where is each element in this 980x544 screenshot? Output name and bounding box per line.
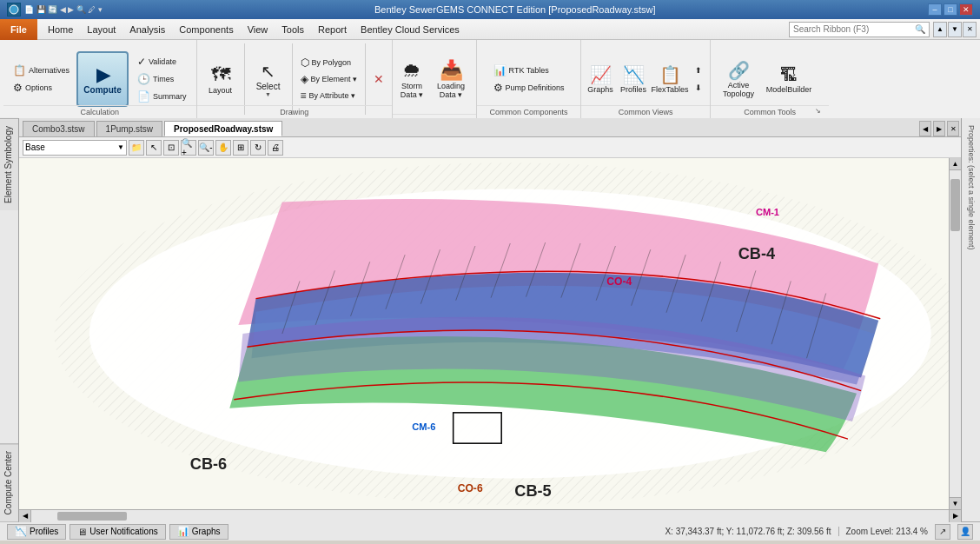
close-drawing-button[interactable]: ✕	[369, 71, 388, 87]
tab-left-button[interactable]: ◀	[919, 121, 931, 136]
graphs-status-tab[interactable]: 📊 Graphs	[169, 524, 228, 540]
compute-button[interactable]: ▶ Compute	[76, 51, 129, 107]
flextables-button[interactable]: 📋 FlexTables	[651, 51, 689, 107]
profiles-status-tab[interactable]: 📉 Profiles	[7, 524, 66, 540]
options-button[interactable]: ⚙ Options	[9, 80, 74, 96]
svg-text:CO-4: CO-4	[606, 275, 632, 288]
menu-home[interactable]: Home	[41, 19, 80, 40]
graphs-button[interactable]: 📈 Graphs	[585, 51, 616, 107]
zoom-in-button[interactable]: 🔍+	[181, 140, 196, 156]
pan-button[interactable]: ✋	[215, 140, 231, 156]
storm-icon: 🌧	[402, 59, 421, 82]
canvas-inner: CM-1 CO-4 CM-6 CO-6 CO-7 C0-... CB-4 CB-…	[19, 158, 961, 509]
scroll-up-button[interactable]: ▲	[950, 158, 961, 170]
zoom-window-button[interactable]: ⊞	[233, 140, 248, 156]
search-ribbon-box[interactable]: 🔍	[789, 22, 930, 37]
tab-close-button[interactable]: ✕	[947, 121, 959, 136]
times-button[interactable]: 🕒 Times	[133, 71, 191, 87]
zoom-to-btn[interactable]: ↗	[935, 524, 950, 540]
menu-bentley-cloud[interactable]: Bentley Cloud Services	[354, 19, 467, 40]
title-bar-left: 📄 💾 🔄 ◀ ▶ 🔍 🖊 ▾	[7, 3, 103, 17]
print-button[interactable]: 🖨	[268, 140, 283, 156]
title-bar: 📄 💾 🔄 ◀ ▶ 🔍 🖊 ▾ Bentley SewerGEMS CONNEC…	[0, 0, 980, 19]
sep2	[292, 43, 293, 115]
nav-down-button[interactable]: ▼	[948, 22, 962, 37]
by-attribute-button[interactable]: ≡ By Attribute ▾	[296, 88, 362, 103]
rotate-button[interactable]: ↻	[250, 140, 266, 156]
graphs-icon: 📈	[590, 64, 612, 85]
element-symbology-tab[interactable]: Element Symbology	[0, 118, 18, 210]
storm-label	[393, 114, 476, 116]
pump-definitions-button[interactable]: ⚙ Pump Definitions	[489, 80, 569, 96]
svg-text:CM-1: CM-1	[756, 207, 779, 217]
scroll-thumb-h[interactable]	[57, 512, 127, 521]
tab-combo3[interactable]: Combo3.stsw	[23, 121, 95, 136]
ribbon-group-scenarios: 📋 Alternatives ⚙ Options ▶ Compute ✓ Val…	[3, 40, 197, 118]
svg-point-0	[10, 5, 18, 14]
by-polygon-button[interactable]: ⬡ By Polygon	[296, 55, 362, 70]
nav-close-button[interactable]: ✕	[963, 22, 977, 37]
zoom-out-button[interactable]: 🔍-	[198, 140, 214, 156]
scroll-down-button[interactable]: ▼	[950, 497, 961, 509]
active-topology-button[interactable]: 🔗 ActiveTopology	[714, 51, 763, 107]
search-ribbon-input[interactable]	[793, 24, 915, 34]
profiles-status-icon: 📉	[15, 526, 27, 537]
vertical-scrollbar[interactable]: ▲ ▼	[949, 158, 961, 509]
status-bar: 📉 Profiles 🖥 User Notifications 📊 Graphs…	[0, 521, 980, 541]
select-tool-button[interactable]: ↖	[146, 140, 162, 156]
canvas-drawing[interactable]: CM-1 CO-4 CM-6 CO-6 CO-7 C0-... CB-4 CB-…	[19, 158, 949, 509]
tab-1pump[interactable]: 1Pump.stsw	[96, 121, 162, 136]
layout-button[interactable]: 🗺 Layout	[201, 51, 241, 107]
loading-button[interactable]: 📥 LoadingData ▾	[429, 51, 473, 107]
user-icon-btn[interactable]: 👤	[957, 524, 973, 540]
by-element-button[interactable]: ◈ By Element ▾	[296, 71, 362, 87]
validate-button[interactable]: ✓ Validate	[133, 54, 191, 70]
tools-label: Common Tools	[711, 105, 829, 116]
layout-icon: 🗺	[211, 63, 230, 86]
compute-center-tab[interactable]: Compute Center	[0, 443, 18, 521]
scenario-dropdown[interactable]: Base ▼	[23, 140, 127, 156]
rtk-tables-button[interactable]: 📊 RTK Tables	[489, 63, 569, 78]
document-tabs: Combo3.stsw 1Pump.stsw ProposedRoadway.s…	[19, 118, 961, 137]
horizontal-scrollbar[interactable]: ◀ ▶	[19, 509, 961, 521]
model-builder-icon: 🏗	[780, 65, 798, 85]
validate-icon: ✓	[137, 56, 146, 68]
menu-view[interactable]: View	[241, 19, 275, 40]
notifications-status-tab[interactable]: 🖥 User Notifications	[70, 524, 165, 540]
model-builder-button[interactable]: 🏗 ModelBuilder	[766, 51, 811, 107]
doc-tabs-nav: ◀ ▶ ✕	[919, 121, 961, 136]
maximize-button[interactable]: □	[944, 3, 957, 16]
ribbon-group-storm: 🌧 StormData ▾ 📥 LoadingData ▾	[393, 40, 477, 118]
menu-components[interactable]: Components	[172, 19, 240, 40]
views-expand-button[interactable]: ⬆	[691, 63, 706, 78]
close-button[interactable]: ✕	[959, 3, 973, 16]
menu-layout[interactable]: Layout	[80, 19, 122, 40]
ribbon: 📋 Alternatives ⚙ Options ▶ Compute ✓ Val…	[0, 40, 980, 118]
compute-icon: ▶	[96, 64, 109, 85]
scroll-left-button[interactable]: ◀	[19, 510, 31, 522]
select-button[interactable]: ↖ Select ▼	[248, 51, 288, 107]
zoom-extent-button[interactable]: ⊡	[163, 140, 179, 156]
menu-analysis[interactable]: Analysis	[122, 19, 172, 40]
nav-arrows: ▲ ▼ ✕	[933, 22, 977, 37]
scroll-right-button[interactable]: ▶	[949, 510, 961, 522]
tab-right-button[interactable]: ▶	[933, 121, 945, 136]
times-icon: 🕒	[137, 73, 150, 85]
tab-proposedRoadway[interactable]: ProposedRoadway.stsw	[164, 121, 282, 136]
loading-icon: 📥	[440, 59, 463, 82]
summary-button[interactable]: 📄 Summary	[133, 89, 191, 104]
file-menu[interactable]: File	[0, 19, 37, 40]
alternatives-button[interactable]: 📋 Alternatives	[9, 63, 74, 78]
menu-report[interactable]: Report	[311, 19, 354, 40]
views-more-button[interactable]: ⬇	[691, 80, 706, 96]
menu-tools[interactable]: Tools	[275, 19, 311, 40]
sep1	[244, 43, 245, 115]
storm-data-button[interactable]: 🌧 StormData ▾	[396, 51, 427, 107]
folder-button[interactable]: 📁	[129, 140, 144, 156]
svg-text:CB-4: CB-4	[738, 245, 775, 262]
scroll-thumb-v[interactable]	[950, 179, 960, 231]
minimize-button[interactable]: –	[928, 3, 942, 16]
search-icon: 🔍	[915, 24, 925, 34]
profiles-button[interactable]: 📉 Profiles	[618, 51, 649, 107]
nav-up-button[interactable]: ▲	[933, 22, 947, 37]
